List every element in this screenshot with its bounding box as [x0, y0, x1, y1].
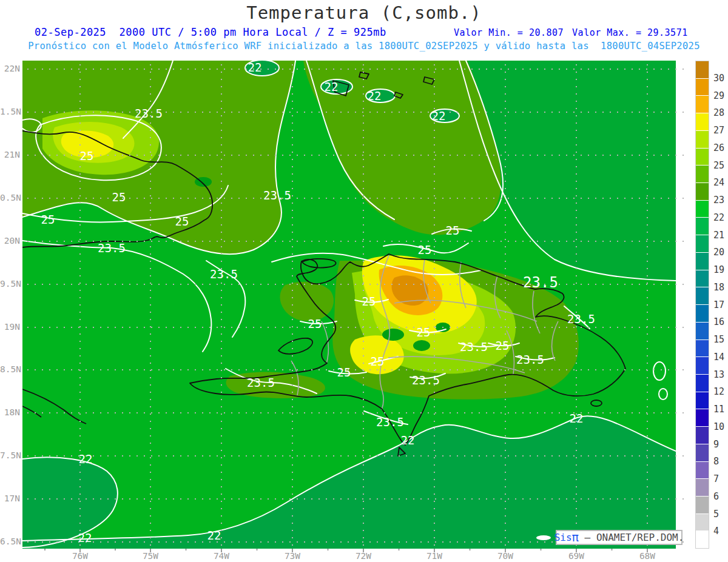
lon-label: 69W [561, 551, 592, 561]
colorbar-segment [696, 462, 709, 479]
contour-label: 25 [112, 190, 126, 204]
colorbar-segment [696, 235, 709, 252]
colorbar-tick-label: 27 [713, 125, 728, 136]
colorbar-segment [696, 392, 709, 409]
weather-map-page: Temperatura (C,somb.) 02-Sep-2025 2000 U… [0, 0, 728, 562]
colorbar-tick-label: 21 [713, 230, 728, 241]
colorbar-tick-label: 22 [713, 212, 728, 223]
colorbar-tick-label: 24 [713, 177, 728, 188]
contour-label: 25 [371, 355, 385, 368]
colorbar-tick-label: 30 [713, 73, 728, 84]
colorbar-segment [696, 61, 709, 78]
small-white-cell [536, 535, 551, 540]
lon-label: 74W [206, 551, 237, 561]
colorbar-tick-label: 29 [713, 90, 728, 101]
lat-label: 1.5N [0, 107, 20, 118]
contour-label: 25 [446, 224, 460, 237]
colorbar-tick-label: 26 [713, 142, 728, 153]
colorbar-segment [696, 479, 709, 496]
sispi-logo-text: Sis [554, 532, 572, 543]
lat-label: 22N [0, 64, 20, 75]
dr-deep-green-spot [413, 340, 430, 351]
contour-label: 23.5 [567, 312, 595, 326]
watermark-org: – ONAMET/REP.DOM. [579, 532, 684, 543]
colorbar-segment [696, 531, 709, 548]
colorbar-tick-label: 9 [713, 439, 728, 450]
forecast-map: 2222222223.523.523.523.525252525252523.5… [0, 0, 728, 562]
colorbar-tick-label: 16 [713, 316, 728, 327]
contour-label: 23.5 [263, 189, 291, 202]
colorbar-tick-label: 23 [713, 195, 728, 206]
colorbar-tick-label: 4 [713, 526, 728, 537]
contour-label: 22 [248, 61, 262, 74]
contour-label: 23.5 [523, 274, 558, 291]
colorbar-segment [696, 497, 709, 513]
pi-icon: π [572, 532, 579, 543]
colorbar-segment [696, 113, 709, 130]
lat-label: 21N [0, 150, 20, 161]
dr-deep-green-spot [382, 329, 404, 341]
lon-label: 75W [135, 551, 166, 561]
contour-label: 22 [207, 529, 221, 542]
contour-label: 23.5 [210, 267, 238, 281]
colorbar-segment [696, 131, 709, 148]
colorbar-segment [696, 375, 709, 392]
colorbar-segment [696, 183, 709, 200]
contour-label: 25 [175, 215, 189, 228]
lon-label: 68W [632, 551, 662, 561]
colorbar-tick-label: 13 [713, 369, 728, 380]
colorbar-segment [696, 253, 709, 270]
contour-label: 23.5 [98, 241, 126, 255]
colorbar-tick-label: 28 [713, 107, 728, 118]
contour-label: 23.5 [247, 376, 275, 389]
colorbar-segment [696, 409, 709, 426]
colorbar-tick-label: 11 [713, 404, 728, 415]
colorbar-segment [696, 305, 709, 322]
lat-label: 8.5N [0, 364, 20, 375]
colorbar-tick-label: 17 [713, 299, 728, 310]
lon-label: 72W [348, 551, 379, 561]
colorbar-tick-label: 20 [713, 247, 728, 258]
colorbar-segment [696, 96, 709, 113]
contour-label: 22 [78, 531, 92, 544]
lon-label: 71W [419, 551, 450, 561]
colorbar-tick-label: 14 [713, 352, 728, 363]
contour-label: 22 [325, 80, 339, 93]
colorbar-tick-label: 18 [713, 282, 728, 293]
colorbar [695, 61, 709, 549]
colorbar-tick-label: 6 [713, 491, 728, 502]
contour-label: 25 [80, 149, 94, 162]
colorbar-segment [696, 287, 709, 304]
colorbar-tick-label: 25 [713, 160, 728, 171]
colorbar-tick-label: 5 [713, 509, 728, 520]
lat-label: 19N [0, 322, 20, 333]
colorbar-segment [696, 340, 709, 357]
colorbar-tick-label: 10 [713, 421, 728, 432]
lat-label: 0.5N [0, 193, 20, 204]
colorbar-tick-label: 19 [713, 264, 728, 275]
contour-label: 25 [337, 366, 351, 379]
lat-label: 18N [0, 407, 20, 418]
contour-label: 22 [401, 433, 415, 447]
colorbar-segment [696, 270, 709, 287]
contour-label: 25 [362, 295, 376, 308]
lat-label: 20N [0, 236, 20, 247]
colorbar-segment [696, 79, 709, 96]
colorbar-tick-label: 15 [713, 334, 728, 345]
contour-label: 23.5 [135, 107, 163, 120]
watermark-box: Sisπ – ONAMET/REP.DOM. [556, 530, 682, 545]
colorbar-segment [696, 427, 709, 444]
contour-label: 22 [79, 452, 93, 466]
contour-label: 23.5 [412, 373, 440, 387]
colorbar-segment [696, 514, 709, 531]
contour-label: 25 [418, 243, 432, 256]
colorbar-tick-label: 7 [713, 473, 728, 484]
lat-label: 7.5N [0, 450, 20, 461]
lon-label: 70W [490, 551, 521, 561]
contour-label: 25 [417, 326, 431, 339]
contour-label: 23.5 [460, 340, 488, 353]
lat-label: 6.5N [0, 537, 20, 547]
colorbar-segment [696, 444, 709, 461]
lon-label: 76W [65, 551, 95, 561]
lon-label: 73W [277, 551, 308, 561]
